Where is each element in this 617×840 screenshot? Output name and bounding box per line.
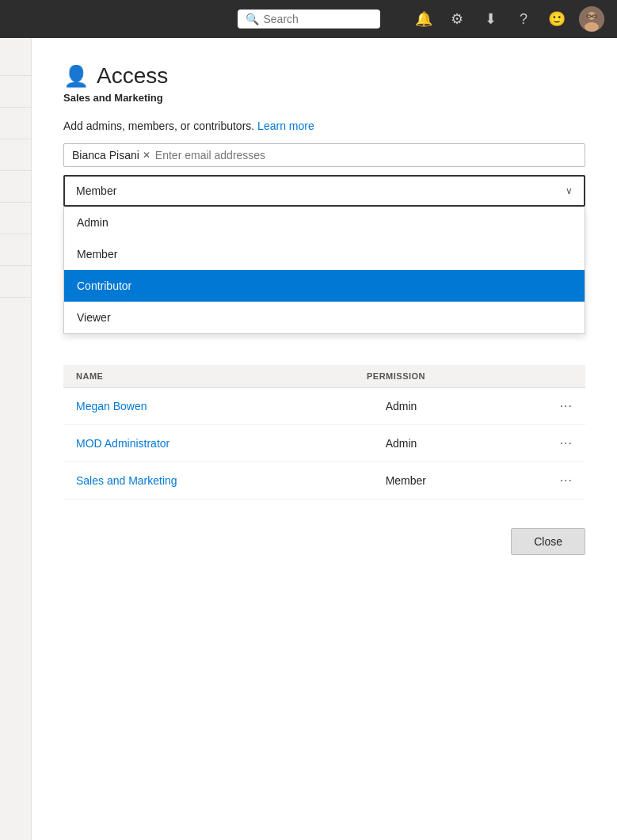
sidebar-line [0, 44, 32, 76]
description-text: Add admins, members, or contributors. [63, 120, 254, 132]
page-subtitle: Sales and Marketing [63, 92, 163, 104]
search-box[interactable]: 🔍 [238, 10, 380, 29]
dropdown-selected-label: Member [76, 184, 116, 197]
dropdown-menu: Admin Member Contributor Viewer [63, 207, 585, 334]
search-input[interactable] [264, 13, 367, 25]
page-title-row: 👤 Access [63, 63, 168, 89]
topbar-icons: 🔔 ⚙ ⬇ ? 🙂 [413, 6, 604, 32]
svg-point-2 [585, 22, 599, 32]
table-row[interactable]: MOD Administrator Admin ··· [63, 425, 585, 462]
row-menu-icon[interactable]: ··· [560, 436, 573, 450]
avatar[interactable] [579, 6, 604, 32]
email-tag: Bianca Pisani ✕ [72, 149, 150, 162]
email-tag-close-icon[interactable]: ✕ [143, 150, 150, 161]
learn-more-link[interactable]: Learn more [257, 120, 314, 132]
email-address-input[interactable] [155, 149, 577, 162]
members-table: NAME PERMISSION Megan Bowen Admin ··· MO… [63, 365, 585, 500]
access-panel: 👤 Access Sales and Marketing Add admins,… [32, 38, 617, 840]
row-menu-icon[interactable]: ··· [560, 473, 573, 488]
table-header: NAME PERMISSION [63, 365, 585, 388]
person-icon: 👤 [63, 64, 89, 89]
role-dropdown-container: Member ∨ Admin Member Contributor Viewer [63, 175, 585, 207]
row-member-name: MOD Administrator [76, 437, 386, 450]
chevron-down-icon: ∨ [566, 185, 573, 196]
row-member-permission: Admin [386, 437, 560, 450]
row-member-name: Sales and Marketing [76, 474, 386, 487]
description-row: Add admins, members, or contributors. Le… [63, 120, 585, 132]
gear-icon[interactable]: ⚙ [446, 8, 468, 30]
dropdown-item-member[interactable]: Member [64, 238, 585, 270]
sidebar-line [0, 266, 32, 298]
dropdown-item-viewer[interactable]: Viewer [64, 302, 585, 333]
help-icon[interactable]: ? [512, 8, 535, 30]
row-member-permission: Admin [386, 400, 560, 412]
role-dropdown[interactable]: Member ∨ [63, 175, 585, 207]
notification-icon[interactable]: 🔔 [413, 8, 435, 30]
col-header-name: NAME [76, 371, 367, 381]
row-member-permission: Member [386, 474, 560, 487]
col-header-permission: PERMISSION [367, 371, 541, 381]
page-title: Access [97, 63, 168, 89]
topbar: 🔍 🔔 ⚙ ⬇ ? 🙂 [0, 0, 617, 38]
close-button[interactable]: Close [511, 528, 585, 555]
download-icon[interactable]: ⬇ [479, 8, 501, 30]
email-tag-label: Bianca Pisani [72, 149, 139, 162]
feedback-icon[interactable]: 🙂 [546, 8, 568, 30]
row-menu-icon[interactable]: ··· [560, 399, 573, 413]
table-row[interactable]: Sales and Marketing Member ··· [63, 462, 585, 500]
sidebar-line [0, 108, 32, 139]
row-member-name: Megan Bowen [76, 400, 386, 412]
sidebar-line [0, 234, 32, 266]
sidebar-line [0, 76, 32, 108]
sidebar-stub [0, 38, 32, 840]
sidebar-line [0, 171, 32, 203]
sidebar-line [0, 139, 32, 171]
footer: Close [63, 515, 585, 561]
search-icon: 🔍 [246, 13, 259, 25]
sidebar-line [0, 203, 32, 234]
layout: 👤 Access Sales and Marketing Add admins,… [0, 38, 617, 840]
dropdown-item-admin[interactable]: Admin [64, 207, 585, 238]
page-header: 👤 Access Sales and Marketing [63, 63, 585, 104]
email-input-row[interactable]: Bianca Pisani ✕ [63, 143, 585, 167]
table-row[interactable]: Megan Bowen Admin ··· [63, 388, 585, 425]
dropdown-item-contributor[interactable]: Contributor [64, 270, 585, 302]
